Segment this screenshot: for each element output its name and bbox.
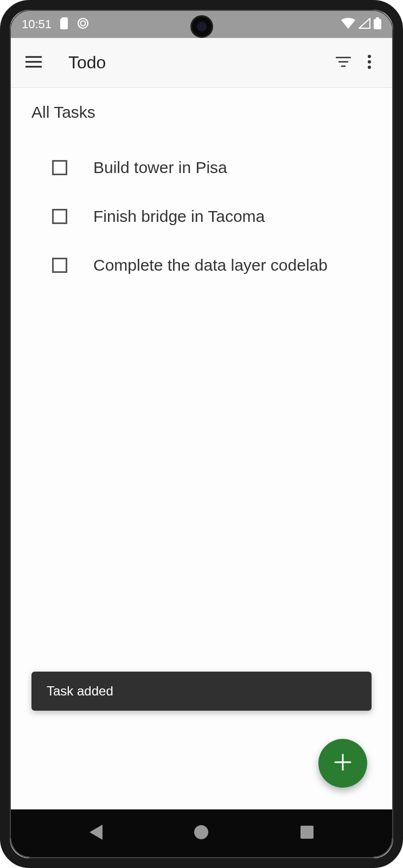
hamburger-icon bbox=[25, 56, 42, 70]
task-label: Build tower in Pisa bbox=[93, 156, 227, 179]
task-item[interactable]: Build tower in Pisa bbox=[31, 143, 372, 192]
svg-point-10 bbox=[368, 55, 371, 58]
app-title: Todo bbox=[68, 53, 330, 73]
svg-rect-2 bbox=[374, 19, 381, 29]
more-options-button[interactable] bbox=[356, 50, 382, 76]
filter-button[interactable] bbox=[330, 50, 356, 76]
add-task-fab[interactable] bbox=[318, 739, 367, 788]
svg-rect-3 bbox=[376, 17, 379, 20]
snackbar-message: Task added bbox=[47, 684, 113, 698]
back-triangle-icon bbox=[89, 825, 103, 842]
task-checkbox[interactable] bbox=[52, 258, 67, 273]
recent-square-icon bbox=[300, 826, 314, 841]
snackbar: Task added bbox=[31, 672, 372, 711]
task-label: Complete the data layer codelab bbox=[93, 254, 328, 277]
do-not-disturb-icon bbox=[76, 17, 89, 32]
menu-button[interactable] bbox=[21, 50, 47, 76]
back-button[interactable] bbox=[83, 820, 109, 846]
status-time: 10:51 bbox=[22, 17, 52, 31]
svg-point-0 bbox=[78, 18, 88, 28]
plus-icon bbox=[333, 752, 353, 774]
task-item[interactable]: Complete the data layer codelab bbox=[31, 241, 372, 290]
battery-icon bbox=[374, 17, 381, 31]
task-checkbox[interactable] bbox=[52, 160, 67, 175]
navigation-bar bbox=[11, 809, 392, 857]
svg-point-12 bbox=[368, 66, 371, 69]
task-checkbox[interactable] bbox=[52, 209, 67, 224]
more-vert-icon bbox=[367, 54, 372, 72]
app-bar: Todo bbox=[11, 38, 392, 88]
filter-icon bbox=[336, 56, 351, 69]
sd-card-icon bbox=[59, 17, 69, 31]
task-label: Finish bridge in Tacoma bbox=[93, 205, 265, 228]
home-circle-icon bbox=[194, 825, 209, 842]
svg-point-1 bbox=[81, 21, 86, 26]
camera-notch bbox=[190, 15, 213, 38]
recent-apps-button[interactable] bbox=[294, 820, 320, 846]
home-button[interactable] bbox=[188, 820, 214, 846]
signal-icon bbox=[359, 18, 370, 31]
task-item[interactable]: Finish bridge in Tacoma bbox=[31, 192, 372, 241]
svg-rect-16 bbox=[300, 826, 314, 839]
section-title: All Tasks bbox=[31, 103, 372, 122]
wifi-icon bbox=[341, 18, 355, 31]
svg-point-15 bbox=[194, 825, 208, 839]
svg-point-11 bbox=[368, 60, 371, 63]
